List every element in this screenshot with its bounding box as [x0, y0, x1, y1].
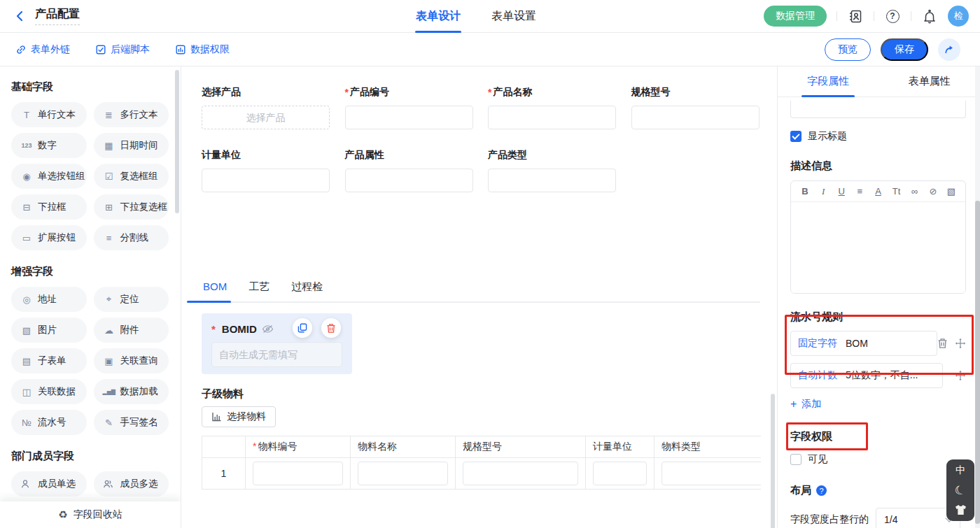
address-book-icon[interactable] [847, 8, 864, 24]
canvas-field-spec-model[interactable]: 规格型号 [631, 85, 775, 129]
tab-process-check[interactable]: 过程检 [290, 280, 324, 301]
align-icon[interactable]: ≡ [855, 186, 864, 197]
field-pill-linked-data[interactable]: ◫关联数据 [11, 379, 87, 404]
theme-shirt-icon[interactable] [954, 504, 967, 515]
share-button[interactable] [938, 38, 960, 61]
field-pill-locate[interactable]: ⌖定位 [94, 287, 169, 312]
delete-rule-button[interactable] [937, 338, 948, 349]
tab-form-settings[interactable]: 表单设置 [491, 0, 536, 33]
tab-form-design[interactable]: 表单设计 [416, 0, 461, 33]
panel-scrollbar-thumb[interactable] [975, 201, 980, 524]
delete-field-button[interactable] [321, 318, 341, 338]
show-title-checkbox[interactable] [790, 131, 802, 142]
field-pill-linked-query[interactable]: ▣关联查询 [94, 348, 169, 373]
unit-input[interactable] [202, 169, 330, 192]
select-product-input[interactable] [202, 106, 330, 129]
field-pill-checkbox-group[interactable]: ☑复选框组 [94, 164, 169, 189]
insert-image-icon[interactable]: ▧ [946, 186, 956, 197]
unlink-icon[interactable]: ⊘ [928, 186, 938, 197]
field-title-input-clipped[interactable] [790, 101, 966, 118]
canvas-field-product-type[interactable]: 产品类型 [488, 148, 631, 192]
material-code-input[interactable] [253, 462, 343, 485]
serial-rule-fixed-char[interactable]: 固定字符 BOM [790, 331, 937, 356]
field-pill-data-load[interactable]: ▂▅▇数据加载 [94, 379, 169, 404]
notification-bell-icon[interactable] [921, 8, 938, 24]
backend-script-button[interactable]: 后端脚本 [95, 43, 150, 56]
canvas-field-unit[interactable]: 计量单位 [202, 148, 345, 192]
data-permission-button[interactable]: 数据权限 [175, 43, 230, 56]
field-pill-multi-select[interactable]: ⊞下拉复选框 [94, 194, 169, 220]
link-icon[interactable]: ∞ [910, 186, 920, 197]
field-pill-member-single[interactable]: 成员单选 [11, 471, 87, 497]
bomid-input[interactable] [211, 342, 342, 367]
save-button[interactable]: 保存 [881, 38, 928, 61]
tab-field-properties[interactable]: 字段属性 [778, 66, 879, 97]
serial-rule-row: 固定字符 BOM [790, 331, 966, 356]
tab-process[interactable]: 工艺 [247, 280, 271, 301]
drag-rule-handle[interactable] [955, 370, 966, 381]
field-pill-serial-number[interactable]: №流水号 [11, 410, 87, 435]
field-pill-attachment[interactable]: ☁附件 [94, 317, 169, 343]
field-pill-image[interactable]: ▧图片 [11, 317, 87, 343]
product-code-input[interactable] [345, 106, 473, 129]
visible-checkbox-row[interactable]: 可见 [790, 453, 966, 466]
sidebar-scrollbar[interactable] [175, 70, 179, 213]
extend-button-icon: ▭ [20, 233, 33, 243]
field-pill-number[interactable]: 123数字 [11, 133, 87, 158]
field-pill-member-multi[interactable]: 成员多选 [94, 471, 169, 497]
help-icon[interactable]: ? [884, 8, 901, 24]
field-pill-subform[interactable]: ▤子表单 [11, 348, 87, 373]
canvas-field-product-code[interactable]: *产品编号 [345, 85, 489, 129]
field-pill-multi-line-text[interactable]: ≣多行文本 [94, 102, 169, 127]
canvas-field-select-product[interactable]: 选择产品 [202, 85, 345, 129]
spec-model-input[interactable] [631, 106, 760, 129]
field-recycle-bin-button[interactable]: ♻ 字段回收站 [0, 501, 181, 528]
italic-icon[interactable]: I [818, 186, 828, 197]
tab-bom[interactable]: BOM [202, 280, 228, 301]
add-rule-button[interactable]: + 添加 [790, 398, 966, 411]
field-pill-address[interactable]: ◎地址 [11, 287, 87, 312]
show-title-checkbox-row[interactable]: 显示标题 [790, 130, 966, 143]
drag-rule-handle[interactable] [955, 338, 966, 349]
canvas-field-product-attr[interactable]: 产品属性 [345, 148, 489, 192]
field-pill-divider[interactable]: ≡分割线 [94, 225, 169, 250]
description-editor-content[interactable] [791, 202, 965, 293]
page-title[interactable]: 产品配置 [35, 7, 80, 25]
field-pill-extend-button[interactable]: ▭扩展按钮 [11, 225, 87, 250]
layout-title-row: 布局 ? [790, 484, 966, 497]
material-name-input[interactable] [358, 462, 448, 485]
row-spec-model-input[interactable] [463, 462, 578, 485]
field-pill-datetime[interactable]: ▦日期时间 [94, 133, 169, 158]
tab-form-properties[interactable]: 表单属性 [879, 66, 980, 97]
selected-field-bomid[interactable]: *BOMID [202, 313, 352, 374]
data-manage-button[interactable]: 数据管理 [764, 6, 827, 27]
linked-query-icon: ▣ [103, 356, 115, 366]
product-type-input[interactable] [488, 169, 616, 192]
underline-icon[interactable]: U [836, 186, 846, 197]
panel-scrollbar-track[interactable] [975, 66, 980, 528]
visible-checkbox[interactable] [790, 454, 802, 465]
field-pill-select[interactable]: ⊟下拉框 [11, 194, 87, 220]
bold-icon[interactable]: B [800, 186, 810, 197]
material-type-input[interactable] [662, 462, 761, 485]
row-unit-input[interactable] [593, 462, 647, 485]
form-external-link-button[interactable]: 表单外链 [15, 43, 70, 56]
user-avatar[interactable]: 检 [948, 6, 969, 27]
language-toggle-icon[interactable]: 中 [955, 464, 965, 477]
copy-field-button[interactable] [293, 318, 312, 338]
product-name-input[interactable] [488, 106, 616, 129]
font-size-icon[interactable]: Tt [892, 186, 902, 197]
dark-mode-moon-icon[interactable]: ☾ [953, 482, 968, 499]
canvas-field-product-name[interactable]: *产品名称 [488, 85, 631, 129]
field-pill-single-line-text[interactable]: T单行文本 [11, 102, 87, 127]
canvas-scrollbar[interactable] [771, 394, 775, 528]
field-pill-radio-group[interactable]: ◉单选按钮组 [11, 164, 87, 189]
layout-help-icon[interactable]: ? [816, 485, 827, 496]
preview-button[interactable]: 预览 [825, 38, 871, 61]
pick-material-button[interactable]: 选择物料 [202, 406, 276, 427]
font-color-icon[interactable]: A [874, 186, 883, 197]
serial-rule-auto-count[interactable]: 自动计数 5位数字，不自... [790, 363, 943, 388]
field-pill-signature[interactable]: ✎手写签名 [94, 410, 169, 435]
back-button[interactable] [14, 10, 27, 22]
product-attr-input[interactable] [345, 169, 473, 192]
